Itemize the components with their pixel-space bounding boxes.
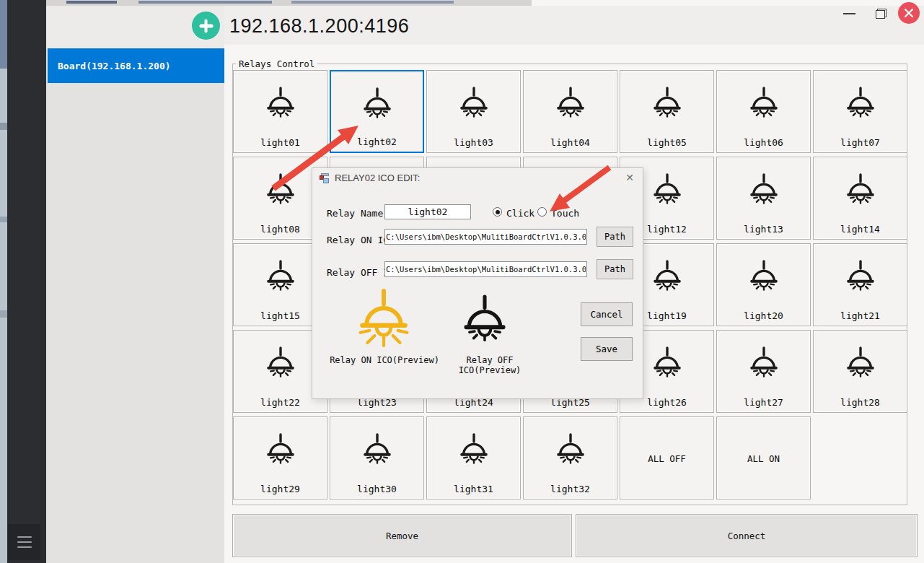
hamburger-icon	[8, 536, 40, 549]
relay-tile-light29[interactable]: light29	[233, 416, 327, 499]
lamp-off-icon	[841, 84, 880, 123]
desktop-fragment	[0, 0, 7, 69]
tile-label: light02	[331, 136, 423, 147]
lamp-off-icon	[261, 84, 300, 123]
lamp-off-icon	[841, 257, 880, 296]
relay-tile-light31[interactable]: light31	[426, 416, 521, 499]
background-fragment	[66, 1, 117, 4]
relay-tile-light01[interactable]: light01	[233, 70, 327, 153]
lamp-off-icon	[261, 170, 300, 209]
relay-tile-light30[interactable]: light30	[330, 416, 424, 499]
winform-icon	[319, 173, 330, 184]
lamp-off-icon	[648, 170, 687, 209]
relay-tile-light07[interactable]: light07	[813, 70, 907, 153]
tile-label: light20	[717, 310, 810, 321]
board-list-item-selected[interactable]: Board(192.168.1.200)	[48, 48, 224, 83]
off-preview-label: Relay OFF ICO(Preview)	[435, 355, 545, 375]
lamp-off-icon	[648, 257, 687, 296]
tile-label: light07	[814, 137, 907, 148]
relay-tile-light14[interactable]: light14	[813, 157, 907, 240]
remove-button[interactable]: Remove	[232, 514, 572, 557]
action-tile-all-on[interactable]: ALL ON	[716, 416, 811, 499]
lamp-off-icon	[648, 84, 687, 123]
radio-click[interactable]	[493, 207, 502, 217]
relay-tile-light02[interactable]: light02	[330, 70, 424, 153]
desktop-fragment	[0, 217, 7, 222]
lamp-off-icon	[358, 84, 397, 123]
lamp-off-icon	[648, 344, 687, 383]
lamp-off-icon	[454, 84, 493, 123]
relay-tile-light04[interactable]: light04	[523, 70, 617, 153]
tile-label: light31	[427, 484, 520, 494]
tile-label: light13	[717, 224, 810, 235]
tile-label: light06	[717, 137, 810, 148]
board-item-label: Board(192.168.1.200)	[58, 61, 171, 71]
background-fragment	[291, 1, 454, 4]
screen: Board(192.168.1.200) 192.168.1.200:4196 …	[0, 0, 924, 563]
lamp-off-icon	[841, 344, 880, 383]
dialog-title: RELAY02 ICO EDIT:	[335, 173, 420, 183]
relay-tile-light21[interactable]: light21	[813, 243, 907, 326]
relay-tile-light03[interactable]: light03	[426, 70, 521, 153]
tile-label: light32	[524, 484, 617, 494]
desktop-edge-strip	[0, 0, 7, 563]
lamp-off-icon	[551, 84, 590, 123]
relay-edit-dialog: RELAY02 ICO EDIT: ✕ Relay Name Click Tou…	[312, 167, 643, 399]
lamp-off-icon	[744, 84, 783, 123]
tile-label: light03	[427, 137, 520, 148]
radio-touch[interactable]	[537, 207, 547, 217]
tile-label: light04	[524, 137, 617, 148]
dialog-close-icon[interactable]: ✕	[623, 171, 636, 184]
menu-button[interactable]	[8, 524, 40, 560]
relay-tile-light27[interactable]: light27	[716, 330, 811, 413]
tile-label: light14	[814, 224, 907, 235]
close-button[interactable]	[898, 2, 920, 24]
tile-label: light01	[234, 137, 327, 148]
relay-tile-light06[interactable]: light06	[716, 70, 811, 153]
tile-label: ALL OFF	[620, 453, 713, 463]
tile-label: light28	[814, 397, 907, 408]
path-on-button[interactable]: Path	[597, 227, 633, 247]
desktop-fragment	[0, 310, 7, 318]
relay-name-label: Relay Name	[327, 208, 383, 219]
radio-click-label: Click	[506, 208, 534, 219]
relay-tile-light20[interactable]: light20	[716, 243, 811, 326]
relay-tile-light32[interactable]: light32	[523, 416, 617, 499]
lamp-off-icon	[261, 257, 300, 296]
relay-tile-light28[interactable]: light28	[813, 330, 907, 413]
minimize-button[interactable]	[838, 6, 860, 22]
relay-on-ico-input[interactable]	[384, 229, 587, 245]
close-icon	[904, 8, 914, 18]
window-title: 192.168.1.200:4196	[229, 15, 409, 38]
on-preview-label: Relay ON ICO(Preview)	[324, 355, 445, 365]
relay-tile-light13[interactable]: light13	[716, 157, 811, 240]
lamp-off-icon	[358, 430, 397, 469]
lamp-off-icon	[551, 430, 590, 469]
plus-icon	[199, 19, 213, 32]
save-button[interactable]: Save	[581, 337, 633, 361]
connect-button[interactable]: Connect	[576, 514, 918, 557]
tile-label: light05	[620, 137, 713, 148]
groupbox-label: Relays Control	[236, 58, 317, 69]
background-fragment	[138, 1, 272, 4]
add-board-button[interactable]	[192, 12, 220, 40]
cancel-button[interactable]: Cancel	[581, 302, 633, 326]
lamp-off-preview-icon	[455, 288, 514, 352]
background-window-sliver	[46, 0, 532, 6]
relay-off-ico-input[interactable]	[384, 261, 587, 277]
lamp-off-icon	[744, 344, 783, 383]
app-rail	[7, 0, 46, 563]
tile-label: light29	[234, 484, 327, 494]
lamp-off-icon	[744, 257, 783, 296]
lamp-off-icon	[744, 170, 783, 209]
lamp-off-icon	[261, 344, 300, 383]
path-off-button[interactable]: Path	[597, 259, 633, 279]
radio-touch-label: Touch	[551, 208, 579, 219]
desktop-fragment	[0, 123, 7, 130]
relay-tile-light05[interactable]: light05	[620, 70, 714, 153]
action-tile-all-off[interactable]: ALL OFF	[620, 416, 714, 499]
board-panel: Board(192.168.1.200)	[46, 6, 224, 563]
maximize-button[interactable]	[871, 5, 890, 22]
relay-name-input[interactable]	[384, 204, 471, 219]
tile-label: light21	[814, 310, 907, 321]
